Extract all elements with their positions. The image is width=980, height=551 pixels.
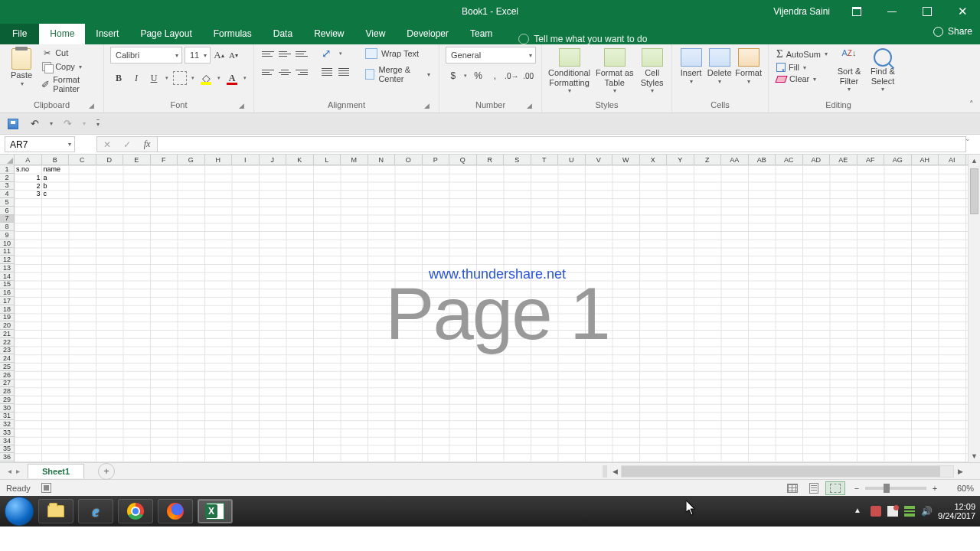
tray-shield-icon[interactable] bbox=[871, 506, 881, 517]
column-header-D[interactable]: D bbox=[96, 155, 124, 165]
column-header-E[interactable]: E bbox=[123, 155, 151, 165]
decrease-indent-button[interactable] bbox=[320, 65, 335, 79]
row-header-36[interactable]: 36 bbox=[0, 453, 14, 461]
row-header-12[interactable]: 12 bbox=[0, 256, 14, 264]
align-top-button[interactable] bbox=[260, 47, 276, 60]
column-header-S[interactable]: S bbox=[504, 155, 531, 165]
insert-function-button[interactable]: fx bbox=[137, 137, 157, 152]
tray-action-center-icon[interactable] bbox=[887, 506, 898, 517]
column-header-N[interactable]: N bbox=[368, 155, 396, 165]
row-header-14[interactable]: 14 bbox=[0, 272, 14, 281]
cell-B3[interactable]: b bbox=[42, 182, 70, 191]
collapse-ribbon-button[interactable]: ˄ bbox=[969, 99, 974, 109]
column-header-C[interactable]: C bbox=[69, 155, 96, 165]
horizontal-scroll-thumb[interactable] bbox=[622, 466, 940, 477]
paste-button[interactable]: Paste ▾ bbox=[6, 47, 37, 89]
row-header-33[interactable]: 33 bbox=[0, 429, 14, 437]
redo-button[interactable]: ↷ bbox=[60, 117, 74, 131]
wrap-text-button[interactable]: Wrap Text bbox=[363, 47, 433, 60]
row-header-22[interactable]: 22 bbox=[0, 338, 14, 347]
row-header-35[interactable]: 35 bbox=[0, 445, 14, 454]
row-header-11[interactable]: 11 bbox=[0, 248, 14, 256]
autosum-button[interactable]: ΣAutoSum ▾ bbox=[775, 47, 829, 61]
cell-A3[interactable]: 2 bbox=[15, 182, 42, 191]
column-header-W[interactable]: W bbox=[612, 155, 640, 165]
select-all-button[interactable] bbox=[0, 155, 15, 165]
clipboard-launcher[interactable]: ◢ bbox=[87, 102, 96, 111]
bold-button[interactable]: B bbox=[110, 70, 127, 86]
share-button[interactable]: Share bbox=[933, 26, 972, 37]
taskbar-firefox[interactable] bbox=[158, 499, 193, 523]
font-name-combo[interactable]: Calibri bbox=[110, 47, 182, 64]
font-launcher[interactable]: ◢ bbox=[237, 102, 246, 111]
accounting-format-button[interactable]: $ bbox=[446, 67, 461, 84]
column-header-F[interactable]: F bbox=[151, 155, 178, 165]
row-header-34[interactable]: 34 bbox=[0, 437, 14, 445]
column-header-G[interactable]: G bbox=[178, 155, 205, 165]
row-header-27[interactable]: 27 bbox=[0, 380, 14, 388]
column-header-J[interactable]: J bbox=[260, 155, 287, 165]
row-header-10[interactable]: 10 bbox=[0, 240, 14, 248]
vertical-scroll-thumb[interactable] bbox=[970, 168, 978, 214]
row-header-19[interactable]: 19 bbox=[0, 314, 14, 322]
tab-data[interactable]: Data bbox=[263, 24, 303, 44]
align-bottom-button[interactable] bbox=[294, 47, 309, 60]
cut-button[interactable]: Cut bbox=[40, 47, 97, 59]
page-break-view-button[interactable] bbox=[825, 481, 845, 495]
worksheet-grid[interactable]: ABCDEFGHIJKLMNOPQRSTUVWXYZAAABACADAEAFAG… bbox=[0, 155, 980, 462]
formula-bar[interactable] bbox=[158, 136, 966, 152]
row-header-26[interactable]: 26 bbox=[0, 371, 14, 380]
align-middle-button[interactable] bbox=[277, 47, 292, 60]
column-header-Y[interactable]: Y bbox=[667, 155, 694, 165]
tray-clock[interactable]: 12:09 9/24/2017 bbox=[938, 502, 975, 520]
sheet-nav-prev[interactable]: ▸ bbox=[16, 467, 20, 475]
column-header-AD[interactable]: AD bbox=[803, 155, 831, 165]
font-color-button[interactable]: A bbox=[224, 70, 240, 86]
page-layout-view-button[interactable] bbox=[804, 481, 824, 495]
tray-network-icon[interactable] bbox=[904, 506, 915, 517]
fill-button[interactable]: Fill ▾ bbox=[775, 62, 829, 73]
zoom-track[interactable] bbox=[865, 487, 926, 490]
find-select-button[interactable]: Find & Select▾ bbox=[867, 47, 898, 94]
scroll-right-button[interactable]: ▶ bbox=[954, 468, 966, 475]
conditional-formatting-button[interactable]: Conditional Formatting ▾ bbox=[548, 47, 590, 96]
tab-view[interactable]: View bbox=[355, 24, 397, 44]
row-header-3[interactable]: 3 bbox=[0, 182, 14, 191]
row-header-25[interactable]: 25 bbox=[0, 363, 14, 371]
alignment-launcher[interactable]: ◢ bbox=[422, 102, 431, 111]
orientation-button[interactable]: ⤢ bbox=[320, 47, 335, 60]
underline-dropdown[interactable]: ▾ bbox=[163, 75, 171, 81]
column-header-AG[interactable]: AG bbox=[884, 155, 912, 165]
qat-customize[interactable]: ▾ bbox=[96, 119, 100, 128]
row-header-17[interactable]: 17 bbox=[0, 297, 14, 305]
cell-B4[interactable]: c bbox=[42, 190, 70, 198]
cell-styles-button[interactable]: Cell Styles ▾ bbox=[639, 47, 665, 96]
row-header-31[interactable]: 31 bbox=[0, 412, 14, 421]
tab-review[interactable]: Review bbox=[303, 24, 354, 44]
macro-record-icon[interactable] bbox=[41, 483, 51, 493]
column-header-P[interactable]: P bbox=[423, 155, 450, 165]
row-header-15[interactable]: 15 bbox=[0, 281, 14, 289]
decrease-font-button[interactable]: A▾ bbox=[227, 47, 240, 63]
number-launcher[interactable]: ◢ bbox=[524, 102, 534, 111]
italic-button[interactable]: I bbox=[128, 70, 145, 86]
column-header-K[interactable]: K bbox=[286, 155, 314, 165]
zoom-in-button[interactable]: + bbox=[929, 484, 940, 493]
zoom-slider[interactable]: − + bbox=[851, 484, 940, 493]
row-header-9[interactable]: 9 bbox=[0, 231, 14, 240]
delete-cells-button[interactable]: Delete▾ bbox=[707, 47, 732, 86]
row-header-32[interactable]: 32 bbox=[0, 420, 14, 429]
tab-formulas[interactable]: Formulas bbox=[203, 24, 263, 44]
name-box[interactable]: AR7 bbox=[5, 136, 75, 152]
font-size-combo[interactable]: 11 bbox=[185, 47, 211, 64]
enter-formula-button[interactable]: ✓ bbox=[117, 137, 137, 152]
undo-dropdown[interactable]: ▾ bbox=[50, 120, 53, 127]
column-header-AI[interactable]: AI bbox=[939, 155, 966, 165]
scroll-up-button[interactable]: ▲ bbox=[969, 155, 980, 167]
insert-cells-button[interactable]: Insert▾ bbox=[678, 47, 704, 86]
column-header-L[interactable]: L bbox=[314, 155, 341, 165]
column-header-A[interactable]: A bbox=[15, 155, 42, 165]
redo-dropdown[interactable]: ▾ bbox=[83, 120, 86, 127]
fill-color-dropdown[interactable]: ▾ bbox=[215, 75, 223, 81]
tray-volume-icon[interactable] bbox=[921, 506, 932, 517]
